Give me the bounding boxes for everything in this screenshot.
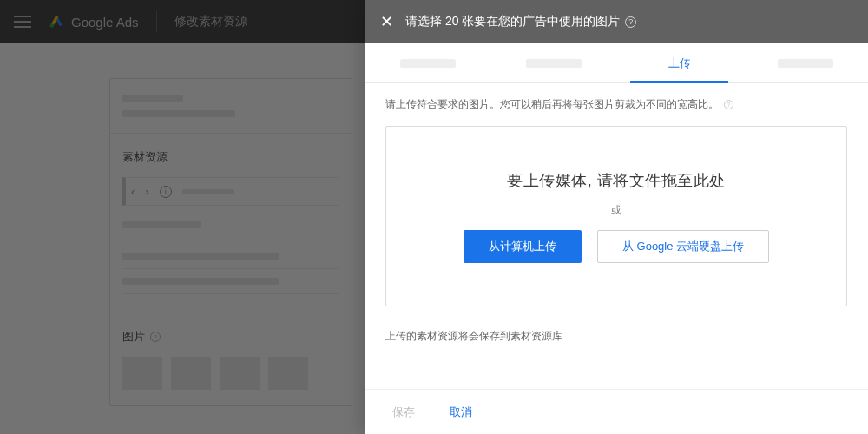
upload-from-drive-button[interactable]: 从 Google 云端硬盘上传 <box>597 230 769 263</box>
close-icon[interactable]: ✕ <box>380 14 393 30</box>
modal-title: 请选择 20 张要在您的广告中使用的图片 <box>405 14 620 30</box>
dropzone-or: 或 <box>611 203 621 218</box>
tab-upload[interactable]: 上传 <box>616 43 742 82</box>
help-icon[interactable]: ? <box>724 100 733 109</box>
help-icon[interactable]: ? <box>625 16 636 28</box>
tab-bar: 上传 <box>365 43 868 83</box>
dropzone-title: 要上传媒体, 请将文件拖至此处 <box>507 170 726 191</box>
tab-placeholder-1[interactable] <box>365 43 490 82</box>
modal-header: ✕ 请选择 20 张要在您的广告中使用的图片 ? <box>365 0 868 43</box>
image-picker-modal: ✕ 请选择 20 张要在您的广告中使用的图片 ? 上传 请上传符合要求的图片。您… <box>365 0 868 434</box>
upload-from-computer-button[interactable]: 从计算机上传 <box>464 230 582 263</box>
tab-placeholder-3[interactable] <box>742 43 868 82</box>
tab-placeholder-2[interactable] <box>490 43 616 82</box>
dropzone[interactable]: 要上传媒体, 请将文件拖至此处 或 从计算机上传 从 Google 云端硬盘上传 <box>385 126 847 306</box>
modal-footer: 保存 取消 <box>365 389 868 434</box>
save-note: 上传的素材资源将会保存到素材资源库 <box>385 329 847 344</box>
cancel-button[interactable]: 取消 <box>443 399 479 425</box>
save-button[interactable]: 保存 <box>385 399 422 425</box>
modal-body: 请上传符合要求的图片。您可以稍后再将每张图片剪裁为不同的宽高比。 ? 要上传媒体… <box>365 83 868 389</box>
upload-hint: 请上传符合要求的图片。您可以稍后再将每张图片剪裁为不同的宽高比。 ? <box>385 97 847 112</box>
footer-spacer <box>500 411 847 412</box>
